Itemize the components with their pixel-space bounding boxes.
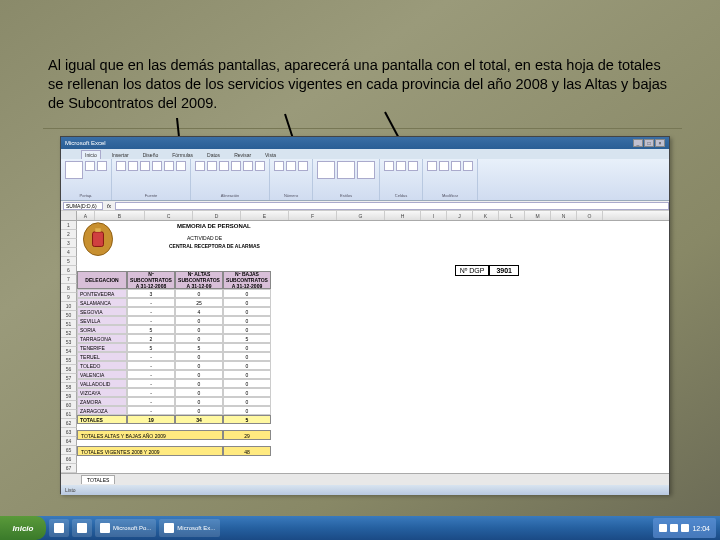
table-header: DELEGACION xyxy=(77,271,127,289)
system-tray[interactable]: 12:04 xyxy=(653,518,716,538)
window-controls: _ □ × xyxy=(633,139,665,147)
col-header[interactable]: K xyxy=(473,211,499,220)
table-row: VIZCAYA-00 xyxy=(77,388,271,397)
crest-icon xyxy=(79,221,117,261)
maximize-button[interactable]: □ xyxy=(644,139,654,147)
worksheet-cells[interactable]: MEMORIA DE PERSONAL ACTIVIDAD DE CENTRAL… xyxy=(77,221,669,473)
col-header[interactable]: E xyxy=(241,211,289,220)
taskbar-item[interactable]: Microsoft Po... xyxy=(95,519,156,537)
row-headers: 1234567891050515253545556575859606162636… xyxy=(61,221,77,473)
col-header[interactable]: N xyxy=(551,211,577,220)
doc-subtitle: ACTIVIDAD DE xyxy=(187,235,222,241)
row-header[interactable]: 51 xyxy=(61,320,77,329)
formula-input[interactable] xyxy=(115,202,669,210)
close-button[interactable]: × xyxy=(655,139,665,147)
taskbar-item[interactable]: Microsoft Ex... xyxy=(159,519,220,537)
ribbon-edit[interactable]: Modificar xyxy=(423,159,478,200)
select-all-corner[interactable] xyxy=(61,211,77,220)
ribbon-align[interactable]: Alineación xyxy=(191,159,270,200)
ribbon-styles[interactable]: Estilos xyxy=(313,159,380,200)
ribbon-tab[interactable]: Insertar xyxy=(109,151,132,159)
ribbon-font[interactable]: Fuente xyxy=(112,159,191,200)
table-row: VALENCIA-00 xyxy=(77,370,271,379)
ribbon-tab[interactable]: Datos xyxy=(204,151,223,159)
row-header[interactable]: 50 xyxy=(61,311,77,320)
row-header[interactable]: 10 xyxy=(61,302,77,311)
table-row: VALLADOLID-00 xyxy=(77,379,271,388)
col-header[interactable]: M xyxy=(525,211,551,220)
col-header[interactable]: I xyxy=(421,211,447,220)
row-header[interactable]: 54 xyxy=(61,347,77,356)
fx-icon[interactable]: fx xyxy=(107,203,111,209)
row-header[interactable]: 61 xyxy=(61,410,77,419)
ribbon-tab[interactable]: Fórmulas xyxy=(169,151,196,159)
row-header[interactable]: 3 xyxy=(61,239,77,248)
doc-title: MEMORIA DE PERSONAL xyxy=(177,223,251,229)
ribbon-tab[interactable]: Revisar xyxy=(231,151,254,159)
col-header[interactable]: C xyxy=(145,211,193,220)
row-header[interactable]: 8 xyxy=(61,284,77,293)
start-button[interactable]: Inicio xyxy=(0,516,46,540)
excel-window: Microsoft Excel _ □ × InicioInsertarDise… xyxy=(60,136,670,494)
col-header[interactable]: O xyxy=(577,211,603,220)
row-header[interactable]: 6 xyxy=(61,266,77,275)
row-header[interactable]: 55 xyxy=(61,356,77,365)
status-text: Listo xyxy=(65,487,76,493)
col-header[interactable]: G xyxy=(337,211,385,220)
table-row: SEVILLA-00 xyxy=(77,316,271,325)
row-header[interactable]: 57 xyxy=(61,374,77,383)
ribbon-tab[interactable]: Inicio xyxy=(81,150,101,159)
row-header[interactable]: 7 xyxy=(61,275,77,284)
row-header[interactable]: 9 xyxy=(61,293,77,302)
row-header[interactable]: 52 xyxy=(61,329,77,338)
column-headers: ABCDEFGHIJKLMNO xyxy=(61,211,669,221)
ribbon-number[interactable]: Número xyxy=(270,159,313,200)
row-header[interactable]: 4 xyxy=(61,248,77,257)
row-header[interactable]: 60 xyxy=(61,401,77,410)
col-header[interactable]: J xyxy=(447,211,473,220)
app-icon xyxy=(100,523,110,533)
col-header[interactable]: A xyxy=(77,211,95,220)
row-header[interactable]: 67 xyxy=(61,464,77,473)
row-header[interactable]: 64 xyxy=(61,437,77,446)
row-header[interactable]: 59 xyxy=(61,392,77,401)
col-header[interactable]: H xyxy=(385,211,421,220)
sheet-tab[interactable]: TOTALES xyxy=(81,475,115,484)
clock: 12:04 xyxy=(692,525,710,532)
table-header: Nº SUBCONTRATOS A 31-12-2008 xyxy=(127,271,175,289)
col-header[interactable]: D xyxy=(193,211,241,220)
app-icon xyxy=(54,523,64,533)
svg-rect-1 xyxy=(93,232,104,247)
row-header[interactable]: 63 xyxy=(61,428,77,437)
table-row: ZARAGOZA-00 xyxy=(77,406,271,415)
row-header[interactable]: 5 xyxy=(61,257,77,266)
ribbon-cells[interactable]: Celdas xyxy=(380,159,423,200)
status-bar: Listo xyxy=(61,485,669,495)
titlebar: Microsoft Excel _ □ × xyxy=(61,137,669,149)
table-row: TERUEL-00 xyxy=(77,352,271,361)
row-header[interactable]: 56 xyxy=(61,365,77,374)
row-header[interactable]: 66 xyxy=(61,455,77,464)
row-header[interactable]: 2 xyxy=(61,230,77,239)
col-header[interactable]: L xyxy=(499,211,525,220)
name-box[interactable]: SUMA(D:D,6) xyxy=(63,202,103,210)
taskbar-item[interactable] xyxy=(72,519,92,537)
row-header[interactable]: 1 xyxy=(61,221,77,230)
tray-icon[interactable] xyxy=(681,524,689,532)
row-header[interactable]: 62 xyxy=(61,419,77,428)
ribbon-tab[interactable]: Diseño xyxy=(140,151,162,159)
ribbon-tab[interactable]: Vista xyxy=(262,151,279,159)
row-header[interactable]: 58 xyxy=(61,383,77,392)
tray-icon[interactable] xyxy=(659,524,667,532)
ribbon-clipboard[interactable]: Portap. xyxy=(61,159,112,200)
row-header[interactable]: 53 xyxy=(61,338,77,347)
minimize-button[interactable]: _ xyxy=(633,139,643,147)
taskbar-item[interactable] xyxy=(49,519,69,537)
col-header[interactable]: F xyxy=(289,211,337,220)
table-row: SALAMANCA-250 xyxy=(77,298,271,307)
tray-icon[interactable] xyxy=(670,524,678,532)
row-header[interactable]: 65 xyxy=(61,446,77,455)
col-header[interactable]: B xyxy=(95,211,145,220)
data-table: DELEGACIONNº SUBCONTRATOS A 31-12-2008Nº… xyxy=(77,271,271,456)
sheet-tabs: TOTALES xyxy=(61,473,669,485)
